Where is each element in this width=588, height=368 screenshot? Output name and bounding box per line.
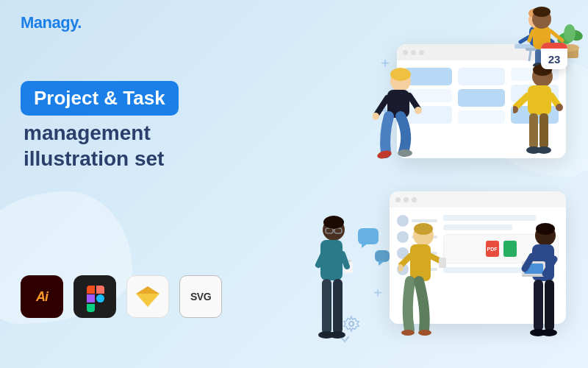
message-bubble-2 [375, 250, 390, 262]
figma-orange [96, 286, 104, 294]
pdf-label: PDF [487, 247, 498, 252]
header: Managy. [21, 13, 82, 32]
title-line2: management [21, 120, 270, 146]
bottom-browser-bar [390, 191, 566, 208]
svg-rect-57 [333, 279, 343, 334]
figma-purple [87, 294, 95, 302]
svg-line-39 [514, 96, 528, 108]
svg-rect-35 [529, 113, 538, 149]
kanban-col-2 [458, 68, 506, 124]
bottom-dot-3 [412, 197, 417, 202]
kanban-card-5 [458, 89, 506, 107]
calendar-red-bar [541, 43, 567, 49]
svg-point-63 [414, 223, 433, 235]
svg-point-30 [415, 107, 422, 114]
svg-point-80 [541, 329, 557, 336]
task-title-line [443, 215, 536, 221]
svg-point-72 [536, 223, 555, 235]
svg-line-18 [529, 31, 533, 40]
svg-point-24 [390, 68, 411, 81]
illustration-area: + + + [265, 0, 588, 368]
svg-rect-53 [320, 240, 343, 280]
svg-point-13 [564, 24, 576, 42]
bottom-person-middle [398, 221, 448, 357]
browser-dot-2 [411, 50, 416, 55]
svg-label: SVG [190, 291, 211, 302]
calendar-number: 23 [548, 53, 561, 66]
kanban-card-6 [458, 110, 506, 124]
bottom-person-right [519, 221, 572, 357]
sketch-icon[interactable] [126, 275, 169, 318]
svg-rect-64 [410, 244, 431, 281]
bottom-person-left [307, 213, 360, 361]
svg-point-66 [418, 330, 431, 336]
svg-line-60 [343, 254, 347, 266]
title-badge: Project & Task [21, 81, 179, 116]
pdf-icon: PDF [486, 241, 499, 257]
figma-cyan [96, 294, 104, 302]
svg-icon[interactable]: SVG [179, 275, 222, 318]
deco-plus-3: + [373, 285, 382, 302]
running-person-figure [373, 65, 428, 179]
svg-rect-70 [439, 258, 446, 268]
pointing-person-figure [513, 60, 572, 174]
svg-point-59 [329, 331, 345, 339]
svg-rect-34 [528, 85, 551, 115]
title-line3: illustration set [21, 146, 270, 171]
adobe-illustrator-icon[interactable]: Ai [21, 275, 63, 318]
svg-rect-77 [534, 280, 543, 331]
message-bubble-1 [358, 228, 379, 244]
figma-red [87, 286, 95, 294]
calendar-badge: 23 [541, 43, 567, 69]
figma-logo [87, 286, 103, 308]
page-wrapper: Managy. Project & Task management illust… [0, 0, 588, 368]
svg-point-16 [533, 7, 551, 17]
xls-icon [503, 241, 517, 257]
svg-point-65 [401, 330, 415, 336]
figma-icon[interactable] [74, 275, 116, 318]
logo: Managy. [21, 13, 82, 32]
bottom-dot-1 [395, 197, 401, 202]
svg-point-42 [556, 104, 563, 111]
browser-dot-3 [419, 50, 424, 55]
format-icons-row: Ai SVG [21, 275, 222, 318]
browser-dot-1 [403, 50, 408, 55]
svg-rect-78 [545, 280, 554, 331]
bottom-dot-2 [404, 197, 409, 202]
svg-rect-36 [539, 113, 548, 149]
figma-green [87, 304, 95, 312]
svg-point-38 [537, 146, 551, 154]
svg-point-27 [398, 149, 412, 157]
svg-rect-75 [522, 275, 545, 277]
left-content: Project & Task management illustration s… [21, 81, 270, 171]
title-badge-container: Project & Task [21, 81, 270, 120]
svg-line-29 [409, 96, 418, 109]
ai-label: Ai [36, 289, 48, 305]
sketch-logo [136, 286, 159, 307]
kanban-card-4 [458, 68, 506, 85]
svg-point-52 [323, 216, 344, 229]
svg-rect-56 [322, 279, 331, 334]
task-sub-line [443, 224, 512, 230]
